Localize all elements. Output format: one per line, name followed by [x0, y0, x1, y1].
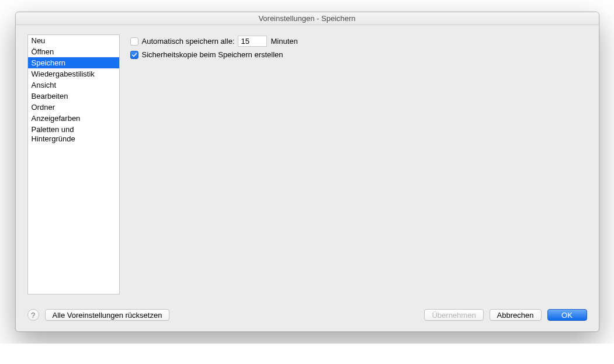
preferences-window: Voreinstellungen - Speichern NeuÖffnenSp…	[15, 12, 599, 332]
help-button[interactable]: ?	[27, 309, 39, 321]
backup-row: Sicherheitskopie beim Speichern erstelle…	[130, 50, 587, 59]
autosave-label: Automatisch speichern alle:	[142, 37, 235, 46]
footer: ? Alle Voreinstellungen rücksetzen Übern…	[16, 306, 599, 331]
ok-button[interactable]: OK	[547, 309, 587, 321]
apply-button[interactable]: Übernehmen	[424, 309, 483, 321]
reset-button[interactable]: Alle Voreinstellungen rücksetzen	[45, 309, 170, 321]
sidebar-item[interactable]: Wiedergabestilistik	[28, 68, 119, 79]
settings-panel: Automatisch speichern alle: Minuten Sich…	[130, 34, 587, 299]
sidebar-item[interactable]: Speichern	[28, 57, 119, 68]
autosave-minutes-input[interactable]	[238, 36, 267, 47]
backup-label: Sicherheitskopie beim Speichern erstelle…	[142, 50, 283, 59]
autosave-unit-label: Minuten	[270, 37, 297, 46]
sidebar-item[interactable]: Ordner	[28, 102, 119, 113]
sidebar-item[interactable]: Paletten und Hintergründe	[28, 124, 119, 144]
sidebar-list[interactable]: NeuÖffnenSpeichernWiedergabestilistikAns…	[27, 34, 120, 294]
window-title: Voreinstellungen - Speichern	[258, 14, 355, 23]
sidebar-item[interactable]: Öffnen	[28, 46, 119, 57]
cancel-button[interactable]: Abbrechen	[490, 309, 542, 321]
titlebar: Voreinstellungen - Speichern	[16, 12, 599, 25]
sidebar-item[interactable]: Ansicht	[28, 79, 119, 91]
sidebar-item[interactable]: Bearbeiten	[28, 91, 119, 102]
sidebar-item[interactable]: Anzeigefarben	[28, 113, 119, 124]
sidebar-item[interactable]: Neu	[28, 35, 119, 46]
autosave-checkbox[interactable]	[130, 37, 138, 46]
autosave-row: Automatisch speichern alle: Minuten	[130, 36, 587, 47]
backup-checkbox[interactable]	[130, 51, 138, 59]
content-area: NeuÖffnenSpeichernWiedergabestilistikAns…	[16, 25, 599, 306]
